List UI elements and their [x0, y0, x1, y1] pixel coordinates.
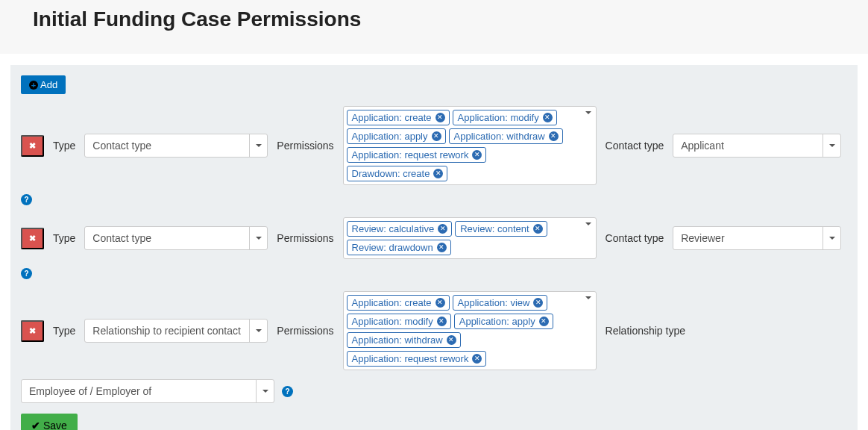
- permission-tag: Review: calculative✕: [347, 221, 453, 237]
- delete-row-button[interactable]: ✖: [21, 135, 44, 157]
- chevron-down-icon: [585, 299, 591, 311]
- remove-tag-icon[interactable]: ✕: [549, 131, 559, 141]
- chevron-down-icon: [585, 225, 591, 237]
- help-icon[interactable]: ?: [21, 194, 32, 205]
- permission-tag: Review: drawdown✕: [347, 240, 451, 255]
- permission-tag: Application: create✕: [347, 110, 450, 125]
- permissions-label: Permissions: [277, 232, 333, 244]
- contact-type-label: Contact type: [606, 232, 664, 244]
- chevron-down-icon: [249, 227, 267, 249]
- permission-tag: Application: withdraw✕: [449, 128, 563, 144]
- permission-row: ✖ Type Contact type Permissions Applicat…: [21, 106, 847, 205]
- page-title: Initial Funding Case Permissions: [33, 7, 868, 31]
- permissions-multiselect[interactable]: Application: create✕ Application: modify…: [343, 106, 597, 185]
- permission-tag: Application: apply✕: [347, 128, 446, 144]
- type-select[interactable]: Relationship to recipient contact: [84, 319, 268, 343]
- remove-tag-icon[interactable]: ✕: [435, 113, 445, 122]
- save-button[interactable]: ✔ Save: [21, 414, 78, 430]
- save-button-label: Save: [43, 420, 67, 430]
- close-icon: ✖: [29, 327, 36, 335]
- form-container: Add ✖ Type Contact type Permissions Appl…: [10, 65, 858, 430]
- permissions-label: Permissions: [277, 325, 333, 337]
- remove-tag-icon[interactable]: ✕: [435, 298, 445, 308]
- type-label: Type: [53, 232, 75, 244]
- contact-type-select[interactable]: Applicant: [673, 134, 841, 158]
- remove-tag-icon[interactable]: ✕: [438, 224, 447, 234]
- remove-tag-icon[interactable]: ✕: [543, 113, 553, 122]
- permission-tag: Application: modify✕: [347, 314, 451, 329]
- type-select-value: Relationship to recipient contact: [85, 325, 249, 337]
- permissions-label: Permissions: [277, 140, 333, 152]
- remove-tag-icon[interactable]: ✕: [533, 298, 543, 308]
- chevron-down-icon: [256, 380, 274, 402]
- delete-row-button[interactable]: ✖: [21, 320, 44, 342]
- remove-tag-icon[interactable]: ✕: [539, 317, 549, 326]
- remove-tag-icon[interactable]: ✕: [447, 335, 456, 345]
- contact-type-value: Reviewer: [673, 232, 823, 244]
- contact-type-label: Contact type: [606, 140, 664, 152]
- contact-type-value: Applicant: [673, 140, 823, 152]
- plus-icon: [29, 81, 38, 90]
- permissions-multiselect[interactable]: Review: calculative✕ Review: content✕ Re…: [343, 217, 597, 259]
- permission-tag: Application: modify✕: [453, 110, 557, 125]
- permission-tag: Application: request rework✕: [347, 147, 487, 163]
- close-icon: ✖: [29, 234, 36, 243]
- add-button[interactable]: Add: [21, 75, 66, 94]
- chevron-down-icon: [249, 134, 267, 157]
- remove-tag-icon[interactable]: ✕: [433, 169, 443, 178]
- permission-tag: Application: create✕: [347, 295, 450, 311]
- permission-row: ✖ Type Relationship to recipient contact…: [21, 291, 847, 370]
- help-icon[interactable]: ?: [282, 386, 293, 397]
- remove-tag-icon[interactable]: ✕: [437, 317, 447, 326]
- type-label: Type: [53, 325, 75, 337]
- permission-tag: Application: apply✕: [454, 314, 553, 329]
- permission-tag: Review: content✕: [455, 221, 547, 237]
- permissions-multiselect[interactable]: Application: create✕ Application: view✕ …: [343, 291, 597, 370]
- chevron-down-icon: [585, 114, 591, 126]
- delete-row-button[interactable]: ✖: [21, 228, 44, 249]
- relationship-type-label: Relationship type: [606, 325, 685, 337]
- permission-tag: Application: request rework✕: [347, 351, 487, 367]
- remove-tag-icon[interactable]: ✕: [437, 243, 447, 252]
- remove-tag-icon[interactable]: ✕: [432, 131, 441, 141]
- permission-tag: Drawdown: create✕: [347, 166, 448, 181]
- chevron-down-icon: [249, 320, 267, 342]
- contact-type-select[interactable]: Reviewer: [673, 226, 841, 250]
- type-select[interactable]: Contact type: [84, 134, 268, 158]
- permission-tag: Application: withdraw✕: [347, 332, 461, 348]
- type-select[interactable]: Contact type: [84, 226, 268, 250]
- help-icon[interactable]: ?: [21, 268, 32, 279]
- remove-tag-icon[interactable]: ✕: [472, 150, 482, 160]
- type-label: Type: [53, 140, 75, 152]
- remove-tag-icon[interactable]: ✕: [472, 354, 482, 364]
- remove-tag-icon[interactable]: ✕: [533, 224, 543, 234]
- chevron-down-icon: [823, 134, 840, 157]
- type-select-value: Contact type: [85, 140, 249, 152]
- relationship-value-row: Employee of / Employer of ?: [21, 379, 847, 403]
- permission-tag: Application: view✕: [453, 295, 548, 311]
- relationship-type-value: Employee of / Employer of: [22, 385, 256, 397]
- close-icon: ✖: [29, 142, 36, 150]
- check-icon: ✔: [31, 420, 40, 430]
- permission-row: ✖ Type Contact type Permissions Review: …: [21, 217, 847, 279]
- type-select-value: Contact type: [85, 232, 249, 244]
- add-button-label: Add: [40, 79, 57, 90]
- chevron-down-icon: [823, 227, 840, 249]
- relationship-type-select[interactable]: Employee of / Employer of: [21, 379, 274, 403]
